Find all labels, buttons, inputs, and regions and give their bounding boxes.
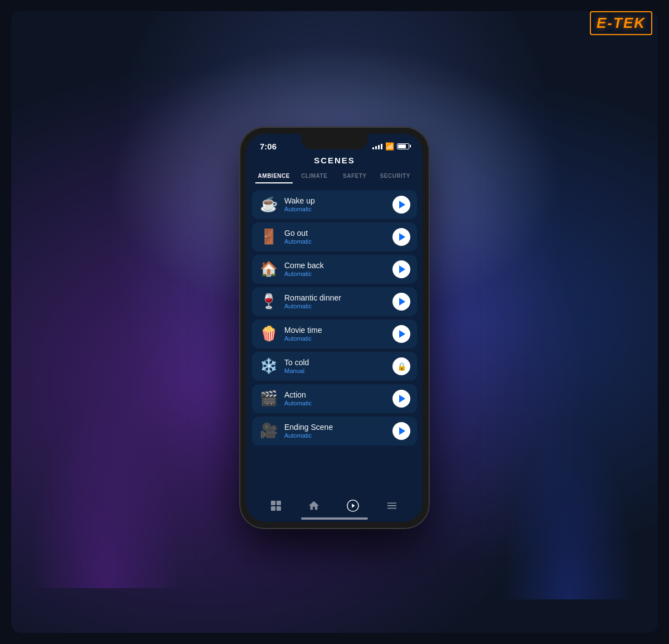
scene-icon-wake-up: ☕ xyxy=(259,196,279,213)
scene-info-ending-scene: Ending Scene Automatic xyxy=(284,423,387,439)
scene-icon-romantic-dinner: 🍷 xyxy=(259,293,279,310)
play-triangle-icon xyxy=(399,233,405,241)
scene-info-action: Action Automatic xyxy=(284,390,387,406)
scene-play-button-go-out[interactable] xyxy=(392,228,410,246)
scene-name-ending-scene: Ending Scene xyxy=(284,423,387,432)
play-triangle-icon xyxy=(399,427,405,435)
svg-rect-3 xyxy=(387,507,397,509)
scene-icon-ending-scene: 🎥 xyxy=(259,422,279,439)
nav-menu-button[interactable] xyxy=(386,500,398,512)
status-time: 7:06 xyxy=(260,142,277,151)
phone-notch xyxy=(301,134,368,149)
scene-name-come-back: Come back xyxy=(284,261,387,270)
people-silhouette-left xyxy=(28,393,184,588)
list-item[interactable]: ❄️ To cold Manual 🔒 xyxy=(252,352,417,381)
svg-rect-2 xyxy=(387,505,397,506)
list-item[interactable]: 🍷 Romantic dinner Automatic xyxy=(252,287,417,316)
play-triangle-icon xyxy=(399,330,405,338)
scene-info-wake-up: Wake up Automatic xyxy=(284,196,387,212)
scene-list: ☕ Wake up Automatic 🚪 Go out Automatic xyxy=(246,188,423,494)
list-item[interactable]: 🍿 Movie time Automatic xyxy=(252,319,417,348)
scene-info-movie-time: Movie time Automatic xyxy=(284,326,387,342)
signal-icon xyxy=(372,143,382,149)
tabs-row: AMBIENCE CLIMATE SAFETY SECURITY xyxy=(246,170,423,183)
play-triangle-icon xyxy=(399,265,405,273)
scene-mode-wake-up: Automatic xyxy=(284,206,387,212)
status-icons: 📶 xyxy=(372,142,409,151)
scene-name-romantic-dinner: Romantic dinner xyxy=(284,293,387,302)
play-triangle-icon xyxy=(399,298,405,306)
scene-info-go-out: Go out Automatic xyxy=(284,229,387,245)
list-item[interactable]: ☕ Wake up Automatic xyxy=(252,190,417,219)
scene-icon-come-back: 🏠 xyxy=(259,260,279,278)
play-triangle-icon xyxy=(399,395,405,403)
list-item[interactable]: 🎥 Ending Scene Automatic xyxy=(252,417,417,446)
scene-mode-romantic-dinner: Automatic xyxy=(284,303,387,309)
tab-security[interactable]: SECURITY xyxy=(377,170,414,183)
scene-play-button-action[interactable] xyxy=(392,390,410,408)
phone-wrapper: 7:06 📶 SCENES AMBI xyxy=(240,127,429,529)
scene-icon-movie-time: 🍿 xyxy=(259,325,279,342)
scene-mode-to-cold: Manual xyxy=(284,367,387,374)
wifi-icon: 📶 xyxy=(385,142,394,151)
scene-info-romantic-dinner: Romantic dinner Automatic xyxy=(284,293,387,309)
scene-mode-go-out: Automatic xyxy=(284,238,387,245)
battery-icon xyxy=(397,143,409,149)
scene-name-wake-up: Wake up xyxy=(284,196,387,205)
tab-safety[interactable]: SAFETY xyxy=(336,170,374,183)
screen-title: SCENES xyxy=(246,153,423,170)
home-indicator xyxy=(301,517,368,520)
home-icon xyxy=(308,500,320,512)
scene-mode-action: Automatic xyxy=(284,400,387,406)
scene-icon-to-cold: ❄️ xyxy=(259,357,279,375)
scene-play-button-come-back[interactable] xyxy=(392,260,410,278)
list-item[interactable]: 🎬 Action Automatic xyxy=(252,384,417,413)
svg-rect-1 xyxy=(387,502,397,503)
nav-grid-button[interactable] xyxy=(271,501,281,511)
scene-play-button-ending-scene[interactable] xyxy=(392,422,410,440)
scene-play-button-romantic-dinner[interactable] xyxy=(392,293,410,311)
scene-mode-ending-scene: Automatic xyxy=(284,432,387,439)
grid-icon xyxy=(271,501,281,511)
brand-logo: E-TEK xyxy=(590,11,652,35)
list-item[interactable]: 🚪 Go out Automatic xyxy=(252,222,417,251)
scene-icon-go-out: 🚪 xyxy=(259,228,279,245)
bottom-nav xyxy=(246,494,423,515)
play-triangle-icon xyxy=(399,201,405,209)
scene-lock-button-to-cold[interactable]: 🔒 xyxy=(392,357,410,375)
scene-name-go-out: Go out xyxy=(284,229,387,238)
tab-ambience[interactable]: AMBIENCE xyxy=(255,170,293,183)
scene-mode-movie-time: Automatic xyxy=(284,335,387,342)
play-icon xyxy=(347,500,359,512)
scene-info-to-cold: To cold Manual xyxy=(284,358,387,374)
scene-play-button-wake-up[interactable] xyxy=(392,196,410,214)
scene-name-action: Action xyxy=(284,390,387,399)
scene-mode-come-back: Automatic xyxy=(284,270,387,277)
scene-info-come-back: Come back Automatic xyxy=(284,261,387,277)
scene-icon-action: 🎬 xyxy=(259,390,279,407)
menu-icon xyxy=(386,500,398,512)
list-item[interactable]: 🏠 Come back Automatic xyxy=(252,255,417,284)
lock-icon: 🔒 xyxy=(397,362,406,371)
scene-name-to-cold: To cold xyxy=(284,358,387,367)
people-silhouette-right xyxy=(502,421,636,599)
nav-home-button[interactable] xyxy=(308,500,320,512)
scene-play-button-movie-time[interactable] xyxy=(392,325,410,343)
tab-climate[interactable]: CLIMATE xyxy=(296,170,333,183)
nav-play-button[interactable] xyxy=(347,500,359,512)
scene-name-movie-time: Movie time xyxy=(284,326,387,335)
phone-screen: 7:06 📶 SCENES AMBI xyxy=(246,134,423,522)
phone-device: 7:06 📶 SCENES AMBI xyxy=(240,127,429,529)
